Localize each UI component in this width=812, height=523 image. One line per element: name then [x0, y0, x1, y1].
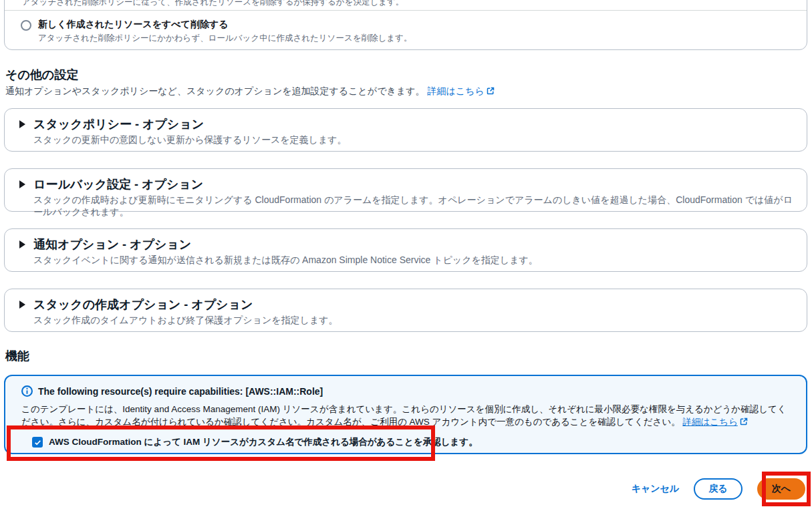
checkbox-checked-icon[interactable]	[32, 437, 43, 448]
panel-header[interactable]: スタックポリシー - オプション	[17, 116, 795, 132]
radio-button-icon[interactable]	[21, 20, 31, 31]
wizard-footer-actions: キャンセル 戻る 次へ	[632, 478, 805, 500]
iam-capabilities-checkbox-row[interactable]: AWS CloudFormation によって IAM リソースがカスタム名で作…	[32, 436, 790, 448]
next-button[interactable]: 次へ	[757, 478, 805, 500]
panel-title: スタックポリシー - オプション	[33, 116, 204, 132]
checkmark-icon	[34, 439, 41, 446]
learn-more-label: 詳細はこちら	[427, 85, 484, 96]
expandable-section-notification-options[interactable]: 通知オプション - オプション スタックイベントに関する通知が送信される新規また…	[4, 228, 807, 272]
divider	[5, 10, 807, 11]
panel-description: スタック作成のタイムアウトおよび終了保護オプションを指定します。	[33, 315, 795, 327]
expand-caret-icon[interactable]	[19, 180, 25, 188]
expand-caret-icon[interactable]	[19, 240, 25, 248]
alert-title-row: The following resource(s) require capabi…	[21, 385, 790, 397]
external-link-icon	[487, 87, 495, 95]
alert-body-text: このテンプレートには、Identity and Access Managemen…	[21, 404, 787, 427]
panel-header[interactable]: ロールバック設定 - オプション	[17, 176, 795, 192]
alert-heading: The following resource(s) require capabi…	[38, 386, 323, 397]
other-settings-learn-more-link[interactable]: 詳細はこちら	[427, 85, 494, 96]
panel-header[interactable]: 通知オプション - オプション	[17, 236, 795, 252]
alert-body: このテンプレートには、Identity and Access Managemen…	[21, 403, 790, 428]
clipped-option-description: アタッチされた削除ポリシーに従って、作成されたリソースを削除するか保持するかを決…	[22, 0, 404, 8]
expandable-section-stack-policy[interactable]: スタックポリシー - オプション スタックの更新中の意図しない更新から保護するリ…	[4, 108, 807, 152]
radio-option-label: 新しく作成されたリソースをすべて削除する	[38, 19, 412, 31]
panel-description: スタックの作成時および更新時にモニタリングする CloudFormation の…	[33, 194, 795, 218]
panel-title: ロールバック設定 - オプション	[33, 176, 203, 192]
radio-option-description: アタッチされた削除ポリシーにかかわらず、ロールバック中に作成されたリソースを削除…	[38, 33, 412, 44]
other-settings-description: 通知オプションやスタックポリシーなど、スタックのオプションを追加設定することがで…	[5, 85, 495, 98]
expand-caret-icon[interactable]	[19, 301, 25, 309]
cancel-button[interactable]: キャンセル	[632, 483, 680, 495]
alert-learn-more-link[interactable]: 詳細はこちら	[682, 417, 747, 427]
other-settings-description-text: 通知オプションやスタックポリシーなど、スタックのオプションを追加設定することがで…	[5, 85, 424, 96]
external-link-icon	[740, 417, 748, 425]
stack-failure-options-card: アタッチされた削除ポリシーに従って、作成されたリソースを削除するか保持するかを決…	[4, 0, 807, 50]
iam-capabilities-checkbox-label: AWS CloudFormation によって IAM リソースがカスタム名で作…	[49, 436, 478, 448]
learn-more-label: 詳細はこちら	[682, 417, 737, 427]
capabilities-heading: 機能	[5, 348, 29, 364]
panel-title: 通知オプション - オプション	[33, 236, 191, 252]
expandable-section-stack-creation-options[interactable]: スタックの作成オプション - オプション スタック作成のタイムアウトおよび終了保…	[4, 289, 807, 332]
radio-option-texts: 新しく作成されたリソースをすべて削除する アタッチされた削除ポリシーにかかわらず…	[38, 19, 412, 44]
expand-caret-icon[interactable]	[19, 120, 25, 128]
expandable-section-rollback-configuration[interactable]: ロールバック設定 - オプション スタックの作成時および更新時にモニタリングする…	[4, 168, 807, 212]
other-settings-heading: その他の設定	[5, 67, 78, 83]
cloudformation-stack-options-page: アタッチされた削除ポリシーに従って、作成されたリソースを削除するか保持するかを決…	[0, 0, 812, 523]
info-icon	[21, 385, 33, 397]
panel-header[interactable]: スタックの作成オプション - オプション	[17, 297, 795, 313]
back-button[interactable]: 戻る	[694, 478, 742, 500]
panel-description: スタックイベントに関する通知が送信される新規または既存の Amazon Simp…	[33, 254, 795, 267]
panel-description: スタックの更新中の意図しない更新から保護するリソースを定義します。	[33, 134, 795, 146]
radio-option-delete-all-resources[interactable]: 新しく作成されたリソースをすべて削除する アタッチされた削除ポリシーにかかわらず…	[21, 19, 412, 44]
capabilities-info-alert: The following resource(s) require capabi…	[4, 375, 807, 454]
panel-title: スタックの作成オプション - オプション	[33, 297, 253, 313]
